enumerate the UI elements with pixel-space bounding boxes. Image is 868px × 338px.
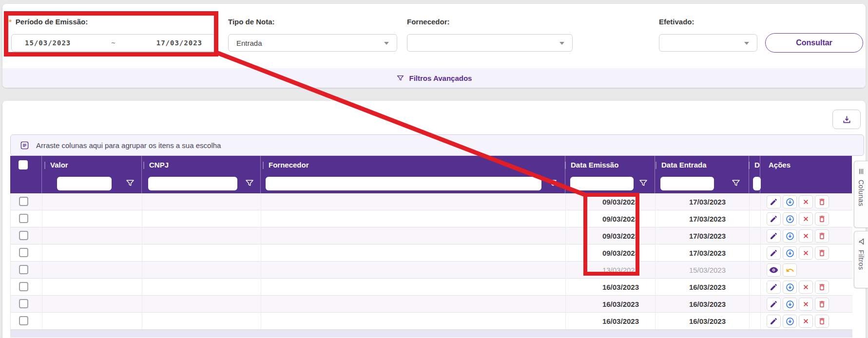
column-header-fornecedor[interactable]: Fornecedor xyxy=(269,156,309,174)
cancel-button[interactable] xyxy=(799,281,813,294)
side-tab-filtros-label: Filtros xyxy=(857,250,865,270)
column-filter-funnel-icon[interactable] xyxy=(125,178,136,189)
fornecedor-label: Fornecedor: xyxy=(407,18,450,26)
column-header-d[interactable]: D xyxy=(754,156,760,174)
required-asterisk: * xyxy=(9,18,12,26)
row-checkbox[interactable] xyxy=(19,316,28,325)
tipo-de-nota-select[interactable]: Entrada xyxy=(228,34,397,52)
table-row: 09/03/202317/03/2023 xyxy=(11,227,852,244)
table-row: 16/03/202316/03/2023 xyxy=(11,296,852,313)
view-button[interactable] xyxy=(767,263,781,277)
row-checkbox[interactable] xyxy=(19,299,28,308)
export-button[interactable] xyxy=(832,110,861,129)
download-button[interactable] xyxy=(783,315,797,328)
efetivado-label: Efetivado: xyxy=(659,18,694,26)
cancel-button[interactable] xyxy=(799,315,813,328)
tipo-de-nota-label: Tipo de Nota: xyxy=(228,18,275,26)
column-group-dropzone[interactable]: Arraste colunas aqui para agrupar os ite… xyxy=(10,134,864,156)
column-separator xyxy=(655,193,656,330)
row-checkbox[interactable] xyxy=(19,197,28,206)
column-filter-input-data_emissao[interactable] xyxy=(570,177,634,190)
download-button[interactable] xyxy=(783,229,797,243)
delete-button[interactable] xyxy=(815,315,829,328)
column-separator xyxy=(760,156,760,193)
row-checkbox[interactable] xyxy=(19,248,28,257)
column-filter-funnel-icon[interactable] xyxy=(731,178,742,189)
cell-data-emissao: 09/03/2023 xyxy=(565,244,639,262)
download-button[interactable] xyxy=(783,281,797,294)
table-row: 09/03/202317/03/2023 xyxy=(11,244,852,262)
filter-panel: *Período de Emissão: Tipo de Nota: Forne… xyxy=(2,4,866,88)
periodo-emissao-range-input[interactable]: 15/03/2023 ~ 17/03/2023 xyxy=(11,34,216,52)
row-actions xyxy=(767,263,797,277)
delete-button[interactable] xyxy=(815,246,829,260)
row-checkbox[interactable] xyxy=(19,265,28,274)
column-filter-funnel-icon[interactable] xyxy=(245,178,255,189)
row-checkbox[interactable] xyxy=(19,282,28,291)
column-filter-input-cnpj[interactable] xyxy=(148,177,237,190)
column-header-data_emissao[interactable]: Data Emissão xyxy=(571,156,618,174)
delete-button[interactable] xyxy=(815,195,829,208)
cell-data-entrada: 15/03/2023 xyxy=(655,262,726,279)
delete-button[interactable] xyxy=(815,298,829,311)
fornecedor-select[interactable] xyxy=(407,34,573,52)
download-button[interactable] xyxy=(783,212,797,225)
column-separator xyxy=(142,193,142,330)
column-separator xyxy=(655,156,655,193)
row-actions xyxy=(767,229,829,243)
column-separator xyxy=(260,156,261,193)
download-button[interactable] xyxy=(783,298,797,311)
download-button[interactable] xyxy=(783,195,797,208)
edit-button[interactable] xyxy=(767,212,781,225)
advanced-filters-link[interactable]: Filtros Avançados xyxy=(2,68,866,88)
edit-button[interactable] xyxy=(767,195,781,208)
side-tab-colunas[interactable]: Colunas xyxy=(854,161,868,228)
column-drag-handle xyxy=(656,162,656,169)
cancel-button[interactable] xyxy=(799,212,813,225)
table-row: 09/03/202317/03/2023 xyxy=(11,210,852,227)
download-button[interactable] xyxy=(783,246,797,260)
cancel-button[interactable] xyxy=(799,298,813,311)
edit-button[interactable] xyxy=(767,229,781,243)
delete-button[interactable] xyxy=(815,229,829,243)
edit-button[interactable] xyxy=(767,298,781,311)
column-filter-input-valor[interactable] xyxy=(57,177,112,190)
cell-data-entrada: 16/03/2023 xyxy=(655,279,726,296)
column-header-data_entrada[interactable]: Data Entrada xyxy=(661,156,707,174)
cancel-button[interactable] xyxy=(799,195,813,208)
column-separator xyxy=(261,193,261,330)
edit-button[interactable] xyxy=(767,246,781,260)
cell-data-entrada: 17/03/2023 xyxy=(655,193,726,210)
consultar-button[interactable]: Consultar xyxy=(765,33,863,53)
delete-button[interactable] xyxy=(815,281,829,294)
cancel-button[interactable] xyxy=(799,246,813,260)
column-header-valor[interactable]: Valor xyxy=(50,156,68,174)
undo-button[interactable] xyxy=(783,263,797,277)
cancel-button[interactable] xyxy=(799,229,813,243)
column-filter-input-fornecedor[interactable] xyxy=(266,177,541,190)
grid-body: 09/03/202317/03/202309/03/202317/03/2023… xyxy=(10,193,852,338)
edit-button[interactable] xyxy=(767,315,781,328)
date-end-value: 17/03/2023 xyxy=(156,39,202,47)
efetivado-select[interactable] xyxy=(659,34,757,52)
row-actions xyxy=(767,246,829,260)
row-checkbox[interactable] xyxy=(19,214,28,223)
column-header-acoes[interactable]: Ações xyxy=(769,156,791,174)
tipo-de-nota-value: Entrada xyxy=(236,39,262,47)
column-filter-funnel-icon[interactable] xyxy=(548,178,559,189)
cell-data-entrada: 17/03/2023 xyxy=(655,227,726,244)
row-checkbox[interactable] xyxy=(19,231,28,240)
delete-button[interactable] xyxy=(815,212,829,225)
edit-button[interactable] xyxy=(767,281,781,294)
table-row: 13/03/202315/03/2023 xyxy=(11,262,852,279)
select-all-checkbox[interactable] xyxy=(19,160,28,169)
column-filter-funnel-icon[interactable] xyxy=(638,178,649,189)
results-panel: Arraste colunas aqui para agrupar os ite… xyxy=(2,101,866,338)
cell-data-entrada: 16/03/2023 xyxy=(655,296,726,313)
side-tab-filtros[interactable]: Filtros xyxy=(854,231,868,288)
group-columns-icon xyxy=(20,141,29,150)
row-actions xyxy=(767,281,829,294)
columns-icon xyxy=(857,168,865,175)
column-filter-input-data_entrada[interactable] xyxy=(660,177,714,190)
column-header-cnpj[interactable]: CNPJ xyxy=(149,156,169,174)
